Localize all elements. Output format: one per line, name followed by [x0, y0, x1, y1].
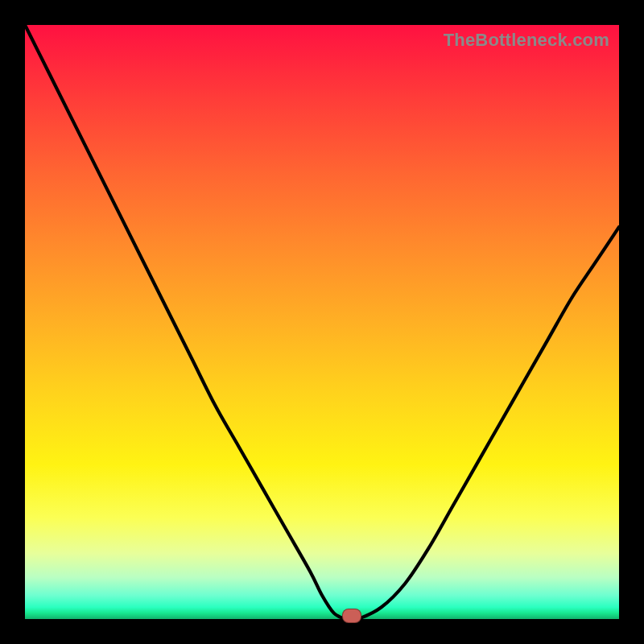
plot-area: TheBottleneck.com: [25, 25, 619, 619]
chart-frame: TheBottleneck.com: [0, 0, 644, 644]
optimal-point-marker: [342, 609, 361, 623]
bottleneck-curve: [25, 25, 619, 619]
